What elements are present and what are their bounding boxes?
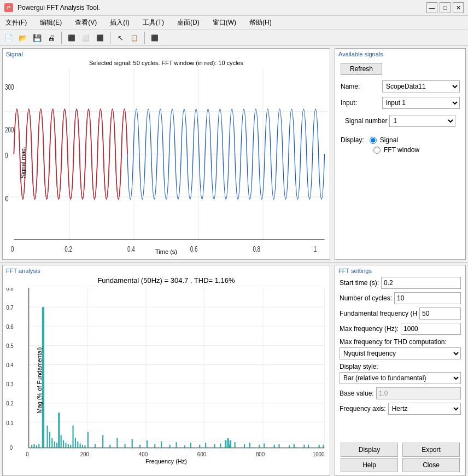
- svg-text:200: 200: [80, 451, 90, 457]
- svg-rect-85: [75, 437, 76, 448]
- display-style-select[interactable]: Bar (relative to fundamental): [340, 372, 461, 384]
- display-button[interactable]: Display: [341, 443, 398, 457]
- svg-rect-78: [54, 441, 55, 448]
- menu-desktop[interactable]: 桌面(D): [174, 17, 203, 28]
- menu-file[interactable]: 文件(F): [2, 17, 30, 28]
- menu-insert[interactable]: 插入(I): [107, 17, 132, 28]
- window-controls: — □ ✕: [426, 2, 464, 13]
- max-freq-thd-label: Max frequency for THD computation:: [340, 338, 461, 346]
- new-file-button[interactable]: 📄: [2, 31, 15, 44]
- radio-signal[interactable]: [370, 137, 377, 144]
- svg-rect-60: [176, 442, 177, 448]
- svg-text:0: 0: [10, 444, 13, 450]
- input-row: Input: input 1: [341, 97, 460, 109]
- svg-rect-57: [132, 439, 133, 448]
- toolbar-separator-3: [144, 32, 145, 44]
- start-time-input[interactable]: [381, 277, 461, 289]
- minimize-button[interactable]: —: [426, 2, 437, 13]
- svg-rect-58: [147, 440, 148, 448]
- svg-rect-64: [235, 442, 236, 448]
- svg-rect-90: [95, 444, 96, 448]
- start-time-label: Start time (s):: [340, 279, 379, 287]
- num-cycles-row: Number of cycles:: [335, 291, 465, 306]
- base-value-input[interactable]: [376, 387, 461, 399]
- pan-button[interactable]: ⬛: [93, 31, 107, 44]
- main-content: Signal Selected signal: 50 cycles. FFT w…: [0, 46, 468, 476]
- svg-text:0.2: 0.2: [65, 245, 72, 253]
- copy-button[interactable]: 📋: [128, 31, 141, 44]
- svg-text:0: 0: [5, 152, 8, 160]
- svg-rect-93: [139, 444, 141, 448]
- svg-rect-73: [36, 445, 37, 448]
- svg-rect-55: [102, 435, 103, 448]
- display-style-section: Display style: Bar (relative to fundamen…: [335, 361, 465, 386]
- signal-svg: 300 200 0 -200 0 0.2 0.4: [5, 68, 327, 257]
- svg-rect-91: [109, 444, 110, 448]
- name-row: Name: ScopeData11: [341, 80, 460, 92]
- menu-edit[interactable]: 编辑(E): [37, 17, 65, 28]
- svg-text:-200: -200: [5, 194, 9, 203]
- signal-y-label: Signal mag.: [20, 147, 26, 178]
- signal-chart-title: Selected signal: 50 cycles. FFT window (…: [3, 59, 330, 66]
- svg-text:0: 0: [11, 245, 14, 253]
- menu-view[interactable]: 查看(V): [72, 17, 100, 28]
- top-row: Signal Selected signal: 50 cycles. FFT w…: [0, 46, 468, 263]
- settings-button[interactable]: ⬛: [148, 31, 161, 44]
- svg-rect-77: [51, 438, 52, 448]
- svg-rect-95: [169, 444, 170, 448]
- fft-chart-title: Fundamental (50Hz) = 304.7 , THD= 1.16%: [3, 275, 330, 286]
- svg-text:1: 1: [314, 245, 317, 253]
- zoom-out-button[interactable]: ⬜: [79, 31, 92, 44]
- refresh-button[interactable]: Refresh: [341, 63, 382, 75]
- maximize-button[interactable]: □: [440, 2, 451, 13]
- max-freq-input[interactable]: [401, 323, 461, 335]
- svg-rect-92: [125, 444, 126, 448]
- menu-tools[interactable]: 工具(T): [139, 17, 167, 28]
- svg-rect-75: [46, 425, 48, 448]
- signal-number-label: Signal number: [345, 117, 387, 125]
- save-button[interactable]: 💾: [31, 31, 44, 44]
- menu-window[interactable]: 窗口(W): [209, 17, 239, 28]
- zoom-in-button[interactable]: ⬛: [65, 31, 78, 44]
- cursor-button[interactable]: ↖: [114, 31, 127, 44]
- signal-panel: Signal Selected signal: 50 cycles. FFT w…: [2, 48, 330, 260]
- signal-number-select[interactable]: 1: [389, 115, 455, 127]
- svg-rect-69: [308, 444, 309, 448]
- close-window-button[interactable]: ✕: [453, 2, 464, 13]
- help-button[interactable]: Help: [341, 458, 398, 472]
- name-label: Name:: [341, 83, 379, 90]
- svg-rect-83: [68, 444, 69, 448]
- svg-text:0.4: 0.4: [127, 245, 135, 253]
- freq-axis-select[interactable]: Hertz: [388, 403, 461, 415]
- max-freq-label: Max frequency (Hz):: [340, 325, 399, 333]
- fft-analysis-title: FFT analysis: [3, 265, 330, 275]
- svg-rect-74: [38, 444, 39, 448]
- svg-text:400: 400: [139, 451, 148, 457]
- input-select[interactable]: input 1: [382, 97, 460, 109]
- app-icon: P: [4, 3, 13, 12]
- radio-fft-window[interactable]: [373, 147, 381, 154]
- menu-help[interactable]: 帮助(H): [246, 17, 275, 28]
- signal-x-label: Time (s): [155, 248, 177, 255]
- svg-text:300: 300: [5, 83, 14, 91]
- svg-text:0.2: 0.2: [6, 400, 14, 407]
- max-freq-thd-select[interactable]: Nyquist frequency: [340, 347, 461, 359]
- num-cycles-input[interactable]: [394, 292, 461, 304]
- bottom-row: FFT analysis Fundamental (50Hz) = 304.7 …: [0, 263, 468, 477]
- svg-rect-68: [294, 444, 295, 448]
- svg-text:0.3: 0.3: [6, 381, 14, 387]
- available-signals-content: Name: ScopeData11 Input: input 1 Signal …: [335, 77, 465, 157]
- fft-window-row: FFT window: [373, 146, 460, 154]
- fft-settings-content: Start time (s): Number of cycles: Fundam…: [335, 275, 465, 476]
- print-button[interactable]: 🖨: [45, 31, 58, 44]
- fft-settings-title: FFT settings: [335, 265, 465, 275]
- open-file-button[interactable]: 📂: [16, 31, 30, 44]
- export-button[interactable]: Export: [402, 443, 460, 457]
- signal-number-row: Signal number 1: [341, 113, 460, 129]
- signal-chart: 300 200 0 -200 0 0.2 0.4: [5, 68, 327, 257]
- svg-rect-87: [80, 443, 81, 448]
- fund-freq-input[interactable]: [419, 307, 461, 320]
- svg-rect-82: [65, 443, 66, 448]
- name-select[interactable]: ScopeData11: [382, 80, 460, 92]
- close-button[interactable]: Close: [402, 458, 460, 472]
